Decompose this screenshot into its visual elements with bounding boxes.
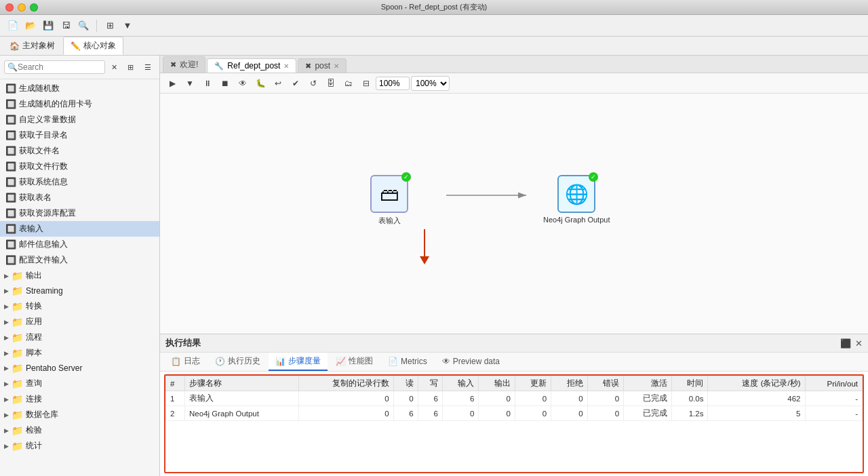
tab-step-metrics[interactable]: 📊 步骤度量 (269, 353, 328, 371)
sidebar-item-get-filename[interactable]: 🔲获取文件名 (0, 143, 159, 159)
col-time: 时间 (671, 376, 707, 391)
canvas-toolbar: ▶ ▼ ⏸ ⏹ 👁 🐛 ↩ ✔ ↺ 🗄 🗂 ⊟ 100% 75% 50% 150… (160, 73, 868, 94)
sidebar-item-get-repo-config[interactable]: 🔲获取资源库配置 (0, 205, 159, 221)
close-button[interactable] (5, 3, 14, 12)
cell-num: 1 (166, 391, 185, 406)
sidebar-item-table-input[interactable]: 🔲表输入 (0, 221, 159, 237)
step-icon: 🔲 (5, 83, 16, 94)
sidebar-item-config-input[interactable]: 🔲配置文件输入 (0, 252, 159, 268)
sidebar-item-get-filerows[interactable]: 🔲获取文件行数 (0, 159, 159, 174)
sidebar-tree: 🔲生成随机数 🔲生成随机的信用卡号 🔲自定义常量数据 🔲获取子目录名 🔲获取文件… (0, 79, 159, 476)
sidebar: 🔍 ✕ ⊞ ☰ 🔲生成随机数 🔲生成随机的信用卡号 🔲自定义常量数据 🔲获取子目… (0, 56, 160, 476)
cell-update: 0 (515, 406, 551, 421)
sidebar-group-output[interactable]: ▶📁输出 (0, 268, 159, 283)
sidebar-group-pentaho[interactable]: ▶📁Pentaho Server (0, 361, 159, 376)
expand-button[interactable]: ⬛ (840, 338, 851, 349)
results-table-wrap: # 步骤名称 复制的记录行数 读 写 输入 输出 更新 拒绝 错误 激活 时间 (164, 374, 864, 473)
sidebar-group-query[interactable]: ▶📁查询 (0, 376, 159, 391)
editor-tab-bar: ✖ 欢迎! 🔧 Ref_dept_post ✕ ✖ post ✕ (160, 56, 868, 73)
close-results-button[interactable]: ✕ (855, 338, 863, 349)
post-close-icon[interactable]: ✕ (334, 62, 339, 70)
results-tabs: 📋 日志 🕐 执行历史 📊 步骤度量 📈 性能图 📄 Metric (160, 353, 868, 372)
ref-dept-post-close-icon[interactable]: ✕ (283, 62, 289, 70)
canvas-area[interactable]: 🗃 ✓ 表输入 🌐 ✓ Neo4j Graph Output (160, 94, 868, 334)
arrow-icon: ▶ (4, 365, 9, 372)
impact-button[interactable]: ↺ (305, 75, 321, 92)
layers-button[interactable]: ⊞ (102, 18, 117, 33)
tab-core-objects[interactable]: ✏️ 核心对象 (63, 37, 123, 55)
new-button[interactable]: 📄 (5, 18, 20, 33)
search-clear-button[interactable]: ✕ (108, 61, 120, 73)
sidebar-group-script[interactable]: ▶📁脚本 (0, 345, 159, 361)
cell-speed: 462 (708, 391, 805, 406)
arrow-icon: ▶ (4, 334, 9, 341)
sidebar-item-get-tablename[interactable]: 🔲获取表名 (0, 190, 159, 205)
sidebar-group-validate[interactable]: ▶📁检验 (0, 422, 159, 438)
tab-welcome[interactable]: ✖ 欢迎! (163, 56, 205, 73)
pause-button[interactable]: ⏸ (199, 75, 216, 92)
cell-read: 0 (393, 391, 418, 406)
cell-write: 6 (418, 406, 442, 421)
search-input[interactable] (18, 62, 102, 72)
list-view-button[interactable]: ☰ (140, 60, 155, 75)
tab-post[interactable]: ✖ post ✕ (298, 58, 347, 73)
save-as-button[interactable]: 🖫 (58, 18, 73, 33)
search-input-wrap[interactable]: 🔍 (4, 60, 105, 74)
tree-view-button[interactable]: ⊞ (123, 60, 138, 75)
sidebar-item-email-input[interactable]: 🔲邮件信息输入 (0, 237, 159, 252)
step-icon: 🔲 (5, 193, 16, 203)
col-pri: Pri/in/out (805, 376, 862, 391)
sidebar-group-app[interactable]: ▶📁应用 (0, 314, 159, 330)
replay-button[interactable]: ↩ (270, 75, 286, 92)
tab-performance-chart[interactable]: 📈 性能图 (329, 353, 380, 371)
minimize-button[interactable] (18, 3, 26, 12)
sidebar-item-custom-constant[interactable]: 🔲自定义常量数据 (0, 112, 159, 127)
tab-execution-history[interactable]: 🕐 执行历史 (208, 353, 267, 371)
check-button[interactable]: ✔ (288, 75, 304, 92)
preview-button[interactable]: 👁 (235, 75, 251, 92)
sidebar-group-datawarehouse[interactable]: ▶📁数据仓库 (0, 407, 159, 422)
play-button[interactable]: ▶ (164, 75, 180, 92)
explore-db-button[interactable]: 🗂 (340, 75, 357, 92)
main-objects-label: 主对象树 (22, 40, 55, 52)
tab-log[interactable]: 📋 日志 (164, 353, 207, 371)
sidebar-item-get-subfolders[interactable]: 🔲获取子目录名 (0, 127, 159, 143)
node-neo4j-output[interactable]: 🌐 ✓ Neo4j Graph Output (543, 175, 610, 224)
arrow-icon: ▶ (4, 443, 9, 450)
log-label: 日志 (184, 355, 200, 367)
cell-reject: 0 (551, 406, 587, 421)
sidebar-group-transform[interactable]: ▶📁转换 (0, 298, 159, 314)
welcome-tab-icon: ✖ (170, 60, 176, 69)
sidebar-group-flow[interactable]: ▶📁流程 (0, 330, 159, 345)
cell-pri: - (805, 406, 862, 421)
col-speed: 速度 (条记录/秒) (708, 376, 805, 391)
title-bar: Spoon - Ref_dept_post (有变动) (0, 0, 868, 15)
open-button[interactable]: 📂 (23, 18, 38, 33)
tab-preview-data[interactable]: 👁 Preview data (435, 354, 507, 370)
stop-button[interactable]: ⏹ (217, 75, 233, 92)
sidebar-item-random-numbers[interactable]: 🔲生成随机数 (0, 81, 159, 96)
zoom-dropdown[interactable]: 100% 75% 50% 150% (411, 76, 450, 91)
tab-main-objects[interactable]: 🏠 主对象树 (3, 37, 62, 54)
play-options-button[interactable]: ▼ (182, 75, 198, 92)
tab-ref-dept-post[interactable]: 🔧 Ref_dept_post ✕ (207, 58, 296, 73)
sidebar-group-stats[interactable]: ▶📁统计 (0, 438, 159, 454)
save-button[interactable]: 💾 (41, 18, 56, 33)
maximize-button[interactable] (30, 3, 38, 12)
show-hide-button[interactable]: ⊟ (358, 75, 374, 92)
debug-button[interactable]: 🐛 (252, 75, 269, 92)
table-row: 2Neo4j Graph Output06600000已完成1.2s5- (166, 406, 863, 421)
node-table-input[interactable]: 🗃 ✓ 表输入 (370, 175, 408, 226)
post-tab-label: post (315, 61, 330, 71)
search-icon: 🔍 (7, 62, 18, 72)
layers-dropdown[interactable]: ▼ (120, 18, 135, 33)
sidebar-group-connect[interactable]: ▶📁连接 (0, 391, 159, 407)
sidebar-group-streaming[interactable]: ▶📁Streaming (0, 283, 159, 298)
explore-button[interactable]: 🔍 (76, 18, 91, 33)
sidebar-item-random-creditcard[interactable]: 🔲生成随机的信用卡号 (0, 96, 159, 112)
zoom-input[interactable] (376, 77, 410, 90)
sql-button[interactable]: 🗄 (323, 75, 339, 92)
col-step-name: 步骤名称 (185, 376, 298, 391)
tab-metrics[interactable]: 📄 Metrics (381, 354, 434, 370)
sidebar-item-get-sysinfo[interactable]: 🔲获取系统信息 (0, 174, 159, 190)
